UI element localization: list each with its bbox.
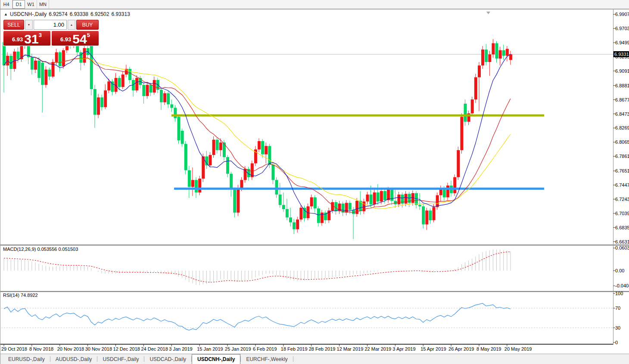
ma-slow-line [4,55,511,209]
sell-price-box[interactable]: 6.93 31 3 [3,31,50,46]
date-axis-label: 28 Feb 2019 [309,346,336,352]
date-axis-label: 22 Mar 2019 [364,346,391,352]
rsi-axis-label: 70 [615,305,620,311]
buy-price-big: 54 [72,34,87,45]
candlestick-series [3,36,512,239]
rsi-line [4,303,511,330]
price-axis-label: 6.78610 [615,154,629,159]
chevron-up-icon: ▲ [70,23,73,26]
date-axis-label: 26 Apr 2019 [448,346,474,352]
date-axis-label: 3 Jan 2019 [169,346,192,352]
chart-tab-usdchfdaily[interactable]: USDCHF-,Daily [97,354,144,364]
timeframe-button-w1[interactable]: W1 [25,0,37,9]
date-axis-label: 6 Feb 2019 [253,346,277,352]
price-axis-label: 6.97030 [615,26,629,31]
volume-input[interactable] [34,20,67,30]
timeframe-button-mn[interactable]: MN [37,0,49,9]
one-click-collapse-icon[interactable]: ▲ [4,12,8,16]
price-axis-label: 6.68350 [615,225,629,230]
price-axis-label: 6.88810 [615,83,629,88]
volume-increase-button[interactable]: ▲ [68,20,75,30]
price-axis-label: 6.84730 [615,111,629,117]
price-axis-label: 6.90910 [615,68,629,74]
price-axis-label: 6.70390 [615,211,629,216]
buy-price-sup: 5 [87,32,90,38]
price-axis-label: 6.94990 [615,40,629,45]
chart-symbol-header: ▲ USDCNH-,Daily 6.92574 6.93338 6.92502 … [4,11,130,17]
price-chart-canvas[interactable] [0,9,629,356]
ohlc-low: 6.92502 [90,11,109,17]
chart-svg[interactable] [0,9,629,354]
rsi-axis-label: 30 [615,325,620,330]
date-axis-label: 20 Nov 2018 [57,346,84,352]
sell-button[interactable]: SELL [3,20,24,30]
date-axis-label: 29 Oct 2018 [1,346,27,352]
tab-separator [293,356,293,362]
timeframe-button-d1[interactable]: D1 [12,0,25,9]
date-axis-label: 3 Apr 2019 [392,346,415,352]
price-axis-label: 6.82690 [615,125,629,130]
date-axis-label: 25 Jan 2019 [225,346,251,352]
rsi-value: 74.8922 [21,293,38,298]
date-axis-label: 8 Nov 2018 [29,346,53,352]
terminal-window: H4D1W1MN ▲ USDCNH-,Daily 6.92574 6.93338… [0,0,629,364]
price-axis-label: 6.76510 [615,168,629,173]
chart-tab-usdcaddaily[interactable]: USDCAD-,Daily [144,354,191,364]
current-price-badge: 6.93313 [613,51,629,57]
macd-axis-label: 0.00 [615,268,624,273]
price-axis-label: 6.80650 [615,139,629,145]
chart-tab-eurusddaily[interactable]: EURUSD-,Daily [3,354,50,364]
chart-tab-eurchfweekly[interactable]: EURCHF-,Weekly [241,354,293,364]
sell-price-prefix: 6.93 [12,36,23,43]
rsi-axis-label: 0 [615,340,618,345]
date-axis-label: 12 Mar 2019 [337,346,364,352]
date-axis-label: 20 May 2019 [504,346,532,352]
price-axis-label: 6.66310 [615,239,629,244]
timeframe-toolbar: H4D1W1MN [0,0,629,9]
price-axis-label: 6.74470 [615,182,629,188]
ma-fast-line [4,52,511,215]
chart-tab-audusddaily[interactable]: AUDUSD-,Daily [50,354,97,364]
volume-decrease-button[interactable]: ▼ [25,20,33,30]
date-axis-label: 18 Feb 2019 [281,346,308,352]
price-axis-label: 6.86770 [615,97,629,102]
one-click-trading-panel: SELL ▼ ▲ BUY 6.93 31 3 6.93 54 5 [3,19,99,46]
macd-label: MACD(12,26,9) 0.053556 0.051503 [3,247,78,252]
date-axis-label: 24 Dec 2018 [141,346,168,352]
chevron-down-icon: ▼ [28,23,31,26]
buy-price-prefix: 6.93 [60,36,71,43]
macd-value-main: 0.053556 [37,247,57,252]
macd-axis-label: 0.060342 [615,245,629,250]
date-axis-label: 15 Apr 2019 [420,346,446,352]
ohlc-high: 6.93338 [70,11,88,17]
macd-value-signal: 0.051503 [58,247,78,252]
chart-tab-bar: EURUSD-,DailyAUDUSD-,DailyUSDCHF-,DailyU… [0,354,629,364]
sell-price-big: 31 [24,34,38,45]
date-axis-label: 30 Nov 2018 [85,346,112,352]
price-axis-label: 6.99070 [615,12,629,17]
date-axis-label: 15 Jan 2019 [197,346,223,352]
ohlc-open: 6.92574 [49,11,67,17]
price-shift-marker-icon[interactable] [486,12,490,14]
chart-tab-usdcnhdaily[interactable]: USDCNH-,Daily [192,354,240,364]
sell-price-sup: 3 [39,32,42,38]
macd-signal-line [4,252,511,282]
rsi-axis-label: 100 [615,291,623,296]
ohlc-close: 6.93313 [111,11,130,17]
timeframe-button-h4[interactable]: H4 [0,0,12,9]
buy-button[interactable]: BUY [76,20,99,30]
buy-price-box[interactable]: 6.93 54 5 [52,31,99,46]
date-axis-label: 12 Dec 2018 [113,346,140,352]
rsi-label: RSI(14) 74.8922 [3,293,38,298]
macd-histogram [4,250,511,285]
chart-window[interactable]: ▲ USDCNH-,Daily 6.92574 6.93338 6.92502 … [0,9,629,354]
price-axis-label: 6.72430 [615,197,629,202]
date-axis-label: 8 May 2019 [476,346,501,352]
symbol-title: USDCNH-,Daily [10,11,47,17]
macd-axis-label: -0.040415 [615,283,629,288]
